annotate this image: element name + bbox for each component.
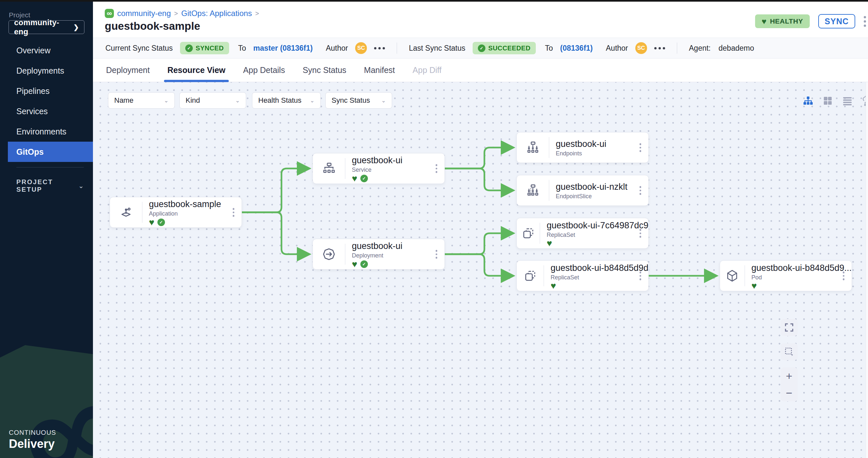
node-menu-button[interactable] [841,269,847,282]
sidebar-item-services[interactable]: Services [0,101,93,121]
node-menu-button[interactable] [638,184,644,197]
sidebar-item-gitops[interactable]: GitOps [8,142,93,162]
breadcrumb: ∞ community-eng > GitOps: Applications > [105,9,259,18]
project-selector[interactable]: community-eng ❯ [8,20,85,34]
sidebar-item-deployments[interactable]: Deployments [0,61,93,81]
breadcrumb-separator: > [255,10,259,17]
node-replicaset-guestbook-ui-7c64987dc9[interactable]: guestbook-ui-7c64987dc9 ReplicaSet ♥ [517,218,649,249]
node-application-guestbook-sample[interactable]: guestbook-sample Application ♥ ✓ [110,197,242,228]
succeeded-badge: ✓ SUCCEEDED [473,42,536,54]
page-title: guestbook-sample [105,20,200,32]
sidebar-item-label: Pipelines [17,86,50,96]
replicaset-icon [517,223,540,244]
breadcrumb-section-link[interactable]: GitOps: Applications [181,9,252,18]
sidebar-item-environments[interactable]: Environments [0,121,93,142]
sync-button[interactable]: SYNC [818,14,855,29]
commit-message-ellipsis[interactable] [374,47,385,50]
tab-deployment[interactable]: Deployment [105,59,151,82]
scrollbar[interactable] [866,82,868,458]
node-menu-button[interactable] [638,141,644,154]
divider [677,42,677,54]
commit-message-ellipsis[interactable] [654,47,665,50]
project-setup-toggle[interactable]: PROJECT SETUP ⌄ [17,178,84,193]
health-badge-label: HEALTHY [770,17,803,25]
node-pod-guestbook-ui-b848d5d9[interactable]: guestbook-ui-b848d5d9... Pod ♥ [720,260,852,291]
author-avatar[interactable]: SC [635,42,647,54]
node-kind: ReplicaSet [547,232,648,238]
tab-manifest[interactable]: Manifest [363,59,396,82]
author-avatar[interactable]: SC [355,42,367,54]
filter-health-status-dropdown[interactable]: Health Status⌄ [252,92,321,109]
node-title: guestbook-ui [556,139,648,149]
sidebar-nav: Overview Deployments Pipelines Services … [0,40,93,162]
current-sync-status-label: Current Sync Status [105,44,173,53]
node-kind: ReplicaSet [551,274,648,281]
node-endpoints-guestbook-ui[interactable]: guestbook-ui Endpoints [517,132,649,163]
tab-app-diff[interactable]: App Diff [411,59,443,82]
header-actions: ♥ HEALTHY SYNC [755,14,862,29]
node-menu-button[interactable] [434,248,440,261]
sidebar-item-label: Services [17,107,48,116]
agent-value: debademo [718,44,754,53]
node-kind: Pod [751,274,851,281]
zoom-in-button[interactable]: + [781,367,798,384]
more-options-icon[interactable] [864,16,866,27]
synced-check-icon: ✓ [360,175,368,182]
resource-graph-canvas[interactable]: Name⌄ Kind⌄ Health Status⌄ Sync Status⌄ [93,82,868,458]
zoom-controls: + − [781,367,798,401]
node-endpointslice-guestbook-ui-nzklt[interactable]: guestbook-ui-nzklt EndpointSlice [517,175,649,206]
sidebar-item-label: Deployments [17,66,64,75]
node-statuses: ♥ ✓ [352,175,444,182]
current-sync-target-link[interactable]: master (08136f1) [253,44,313,53]
filter-sync-status-dropdown[interactable]: Sync Status⌄ [326,92,392,109]
node-title: guestbook-ui-nzklt [556,182,648,192]
sidebar: Project community-eng ❯ Overview Deploym… [0,0,93,458]
marquee-select-button[interactable] [781,343,798,360]
node-title: guestbook-ui [352,241,444,251]
breadcrumb-project-link[interactable]: community-eng [117,9,171,18]
synced-check-icon: ✓ [157,219,165,226]
zoom-out-button[interactable]: − [781,384,798,401]
node-statuses: ♥ [751,282,851,290]
node-service-guestbook-ui[interactable]: guestbook-ui Service ♥ ✓ [313,153,445,184]
healthy-heart-icon: ♥ [551,282,556,290]
succeeded-badge-label: SUCCEEDED [488,44,531,52]
filter-label: Sync Status [332,96,370,105]
project-setup-label: PROJECT SETUP [17,178,78,193]
list-view-icon[interactable] [842,95,853,106]
grid-view-icon[interactable] [822,95,833,106]
healthy-heart-icon: ♥ [547,240,552,247]
tree-view-icon[interactable] [803,95,814,106]
node-menu-button[interactable] [638,269,644,282]
tab-resource-view[interactable]: Resource View [166,59,226,82]
fullscreen-button[interactable] [781,319,798,336]
node-title: guestbook-ui-b848d5d9... [751,263,851,273]
node-menu-button[interactable] [638,227,644,240]
node-menu-button[interactable] [231,206,237,219]
healthy-heart-icon: ♥ [352,175,358,182]
node-replicaset-guestbook-ui-b848d5d9d[interactable]: guestbook-ui-b848d5d9d ReplicaSet ♥ [517,260,649,291]
sidebar-item-pipelines[interactable]: Pipelines [0,81,93,101]
last-sync-target-link[interactable]: (08136f1) [560,44,593,53]
node-deployment-guestbook-ui[interactable]: guestbook-ui Deployment ♥ ✓ [313,239,445,269]
sidebar-item-label: GitOps [17,147,43,157]
filter-kind-dropdown[interactable]: Kind⌄ [179,92,246,109]
application-icon [110,202,143,223]
node-menu-button[interactable] [434,162,440,175]
author-label: Author [326,44,348,53]
healthy-heart-icon: ♥ [751,282,757,290]
node-title: guestbook-ui [352,155,444,166]
sync-status-bar: Current Sync Status ✓ SYNCED To master (… [93,38,868,59]
module-logo-line2: Delivery [9,437,56,451]
pod-icon [720,265,745,286]
tab-sync-status[interactable]: Sync Status [302,59,348,82]
module-logo-line1: CONTINUOUS [9,429,56,436]
page-header: ∞ community-eng > GitOps: Applications >… [93,2,868,38]
tab-app-details[interactable]: App Details [242,59,286,82]
sidebar-divider [17,167,84,167]
endpointslice-icon [517,180,549,201]
sidebar-item-overview[interactable]: Overview [0,40,93,61]
filter-name-dropdown[interactable]: Name⌄ [108,92,175,109]
filter-label: Health Status [258,96,302,105]
chevron-down-icon: ⌄ [164,97,168,104]
